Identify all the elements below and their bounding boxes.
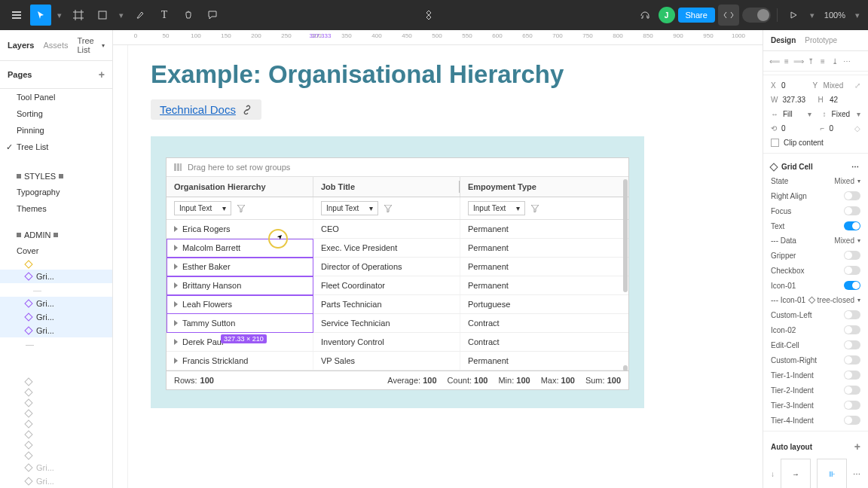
prop-toggle[interactable] (844, 355, 860, 364)
filter-icon[interactable] (237, 205, 245, 212)
present-icon[interactable] (784, 5, 805, 26)
layer-item[interactable]: Gri... (0, 297, 112, 310)
text-tool-icon[interactable]: T (154, 5, 175, 26)
layer-item[interactable] (0, 377, 112, 387)
prop-toggle[interactable] (844, 340, 860, 349)
add-page-button[interactable]: + (99, 69, 105, 81)
layer-item[interactable]: Gri... (0, 474, 112, 488)
menu-icon[interactable] (6, 5, 27, 26)
table-row[interactable]: Malcolm BarrettExec. Vice PresidentPerma… (167, 239, 628, 258)
align-bottom-icon[interactable]: ⤓ (830, 56, 840, 66)
more-icon[interactable]: ⋯ (853, 470, 860, 478)
dev-mode-icon[interactable] (718, 5, 739, 26)
layer-item[interactable]: Gri... (0, 324, 112, 337)
filter-select[interactable]: Input Text▾ (321, 201, 378, 215)
chevron-right-icon[interactable] (174, 320, 178, 326)
filter-select[interactable]: Input Text▾ (468, 201, 525, 215)
table-row[interactable]: Brittany HansonFleet CoordinatorPermanen… (167, 276, 628, 295)
component-icon[interactable] (418, 5, 439, 26)
scrollbar-vertical[interactable] (623, 365, 628, 371)
chevron-down-icon[interactable]: ▾ (116, 5, 127, 26)
table-row[interactable]: Erica RogersCEOPermanent (167, 220, 628, 239)
layer-item[interactable] (0, 398, 112, 408)
chevron-right-icon[interactable] (174, 264, 178, 270)
page-item[interactable]: Tree List (0, 139, 112, 155)
filter-icon[interactable] (384, 205, 392, 212)
prop-toggle[interactable] (844, 206, 860, 215)
prop-toggle[interactable] (844, 191, 860, 200)
x-input[interactable]: 0 (781, 81, 808, 90)
layer-item[interactable]: Themes (0, 200, 112, 217)
tab-design[interactable]: Design (771, 36, 796, 44)
prop-instance-swap[interactable]: tree-closed (809, 296, 860, 304)
chevron-down-icon[interactable]: ▾ (808, 5, 817, 26)
align-hcenter-icon[interactable]: ≡ (781, 56, 792, 66)
align-top-icon[interactable]: ⤒ (805, 56, 816, 66)
chevron-right-icon[interactable] (174, 282, 178, 288)
align-left-icon[interactable]: ⟸ (769, 56, 780, 66)
frame-tool-icon[interactable] (68, 5, 89, 26)
fill-mode[interactable]: Fill (783, 110, 803, 118)
prop-toggle[interactable] (844, 325, 860, 334)
section-styles[interactable]: STYLES (0, 166, 112, 184)
layer-item[interactable] (0, 429, 112, 440)
link-chip[interactable]: Technical Docs (151, 99, 261, 120)
prop-toggle[interactable] (844, 251, 860, 260)
dev-mode-toggle[interactable] (742, 8, 771, 23)
scrollbar-vertical[interactable] (623, 179, 628, 292)
direction-vertical-icon[interactable]: ↓ (771, 470, 775, 478)
prop-toggle[interactable] (844, 416, 860, 425)
layer-item[interactable] (0, 259, 112, 270)
layer-item[interactable] (0, 440, 112, 450)
prop-toggle[interactable] (844, 386, 860, 395)
page-dropdown[interactable]: Tree List (78, 36, 105, 54)
chevron-right-icon[interactable] (174, 358, 178, 364)
rectangle-tool-icon[interactable] (92, 5, 113, 26)
layer-item[interactable]: Cover (0, 242, 112, 259)
h-input[interactable]: 42 (830, 96, 860, 104)
column-header[interactable]: Organisation Hierarchy (167, 177, 313, 197)
column-header[interactable]: Empoyment Type (460, 177, 628, 197)
w-input[interactable]: 327.33 (782, 96, 813, 104)
table-row[interactable]: Francis StricklandVP SalesPermanent (167, 352, 628, 371)
table-row[interactable]: Esther BakerDirector of OperationsPerman… (167, 258, 628, 276)
constraint-mode[interactable]: Fixed (832, 110, 852, 118)
tab-layers[interactable]: Layers (8, 41, 34, 50)
prop-toggle[interactable] (844, 401, 860, 410)
align-right-icon[interactable]: ⟹ (793, 56, 804, 66)
prop-dropdown[interactable]: Mixed (834, 236, 860, 245)
layer-item[interactable]: — (0, 337, 112, 351)
tab-prototype[interactable]: Prototype (805, 36, 837, 44)
chevron-right-icon[interactable] (174, 301, 178, 307)
layer-item[interactable]: Gri... (0, 270, 112, 283)
prop-dropdown[interactable]: Mixed (834, 177, 860, 185)
share-button[interactable]: Share (678, 8, 715, 23)
clip-checkbox[interactable] (771, 139, 779, 147)
layer-item[interactable]: Gri... (0, 310, 112, 324)
column-header[interactable]: Job Title (313, 177, 460, 197)
rotation-input[interactable]: 0 (781, 124, 802, 133)
chevron-right-icon[interactable] (174, 339, 178, 345)
section-admin[interactable]: ADMIN (0, 224, 112, 242)
layer-item[interactable] (0, 419, 112, 429)
tab-assets[interactable]: Assets (43, 41, 68, 50)
group-drop-zone[interactable]: Drag here to set row groups (167, 158, 628, 177)
pen-tool-icon[interactable] (130, 5, 151, 26)
layer-item[interactable]: Gri... (0, 461, 112, 474)
alignment-box[interactable]: ⊪ (817, 459, 847, 488)
hand-tool-icon[interactable] (178, 5, 199, 26)
layer-item[interactable] (0, 450, 112, 461)
layer-item[interactable]: Typography (0, 184, 112, 200)
chevron-right-icon[interactable] (174, 226, 178, 232)
zoom-value[interactable]: 100% (820, 11, 850, 20)
add-autolayout-button[interactable]: + (854, 441, 860, 453)
avatar[interactable]: J (659, 7, 675, 23)
filter-select[interactable]: Input Text▾ (174, 201, 231, 215)
prop-toggle[interactable] (844, 281, 860, 290)
layer-item[interactable]: — (0, 283, 112, 297)
prop-toggle[interactable] (844, 310, 860, 319)
more-icon[interactable]: ⋯ (851, 163, 860, 171)
chevron-down-icon[interactable]: ▾ (54, 5, 65, 26)
canvas[interactable]: 0501001502002503003504004505005506006507… (113, 30, 763, 488)
prop-toggle[interactable] (844, 371, 860, 380)
